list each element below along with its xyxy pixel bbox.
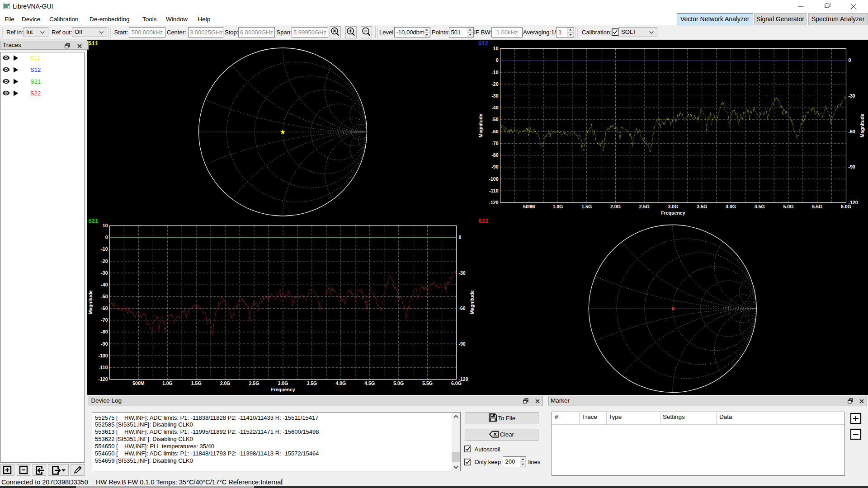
svg-text:10: 10 <box>102 223 108 228</box>
svg-text:-90: -90 <box>849 164 855 169</box>
svg-text:-50: -50 <box>492 117 499 122</box>
svg-text:10: 10 <box>493 46 499 51</box>
svg-text:5.0G: 5.0G <box>783 204 794 209</box>
svg-text:-120: -120 <box>489 200 499 205</box>
svg-text:-50: -50 <box>101 293 108 299</box>
svg-text:2.5G: 2.5G <box>249 380 259 386</box>
svg-text:4.5G: 4.5G <box>755 204 765 209</box>
svg-text:500M: 500M <box>523 204 535 209</box>
svg-text:Magnitude: Magnitude <box>88 290 93 314</box>
svg-text:1.5G: 1.5G <box>191 380 201 386</box>
svg-text:-120: -120 <box>98 376 108 382</box>
svg-text:1.0G: 1.0G <box>553 204 563 209</box>
svg-text:-30: -30 <box>458 270 465 275</box>
svg-text:500M: 500M <box>132 380 145 386</box>
svg-text:3.0G: 3.0G <box>668 204 679 209</box>
svg-text:Magnitude: Magnitude <box>859 113 865 137</box>
svg-text:Magnitude: Magnitude <box>478 113 483 137</box>
svg-text:-20: -20 <box>492 81 499 86</box>
svg-text:-20: -20 <box>101 258 108 263</box>
svg-text:-60: -60 <box>458 305 465 311</box>
svg-text:0: 0 <box>458 235 461 240</box>
svg-text:S12: S12 <box>479 40 489 47</box>
svg-text:-10: -10 <box>492 69 499 75</box>
svg-text:4.5G: 4.5G <box>364 380 375 386</box>
svg-text:-60: -60 <box>492 128 499 134</box>
svg-text:1.5G: 1.5G <box>582 204 592 209</box>
svg-text:Frequency: Frequency <box>271 386 295 392</box>
svg-text:2.0G: 2.0G <box>610 204 621 209</box>
svg-text:-70: -70 <box>492 140 499 145</box>
svg-text:-100: -100 <box>489 176 499 181</box>
svg-text:-90: -90 <box>101 341 108 346</box>
svg-text:3.5G: 3.5G <box>307 380 317 386</box>
svg-text:S21: S21 <box>88 218 98 224</box>
svg-text:3.0G: 3.0G <box>278 380 288 386</box>
svg-text:1.0G: 1.0G <box>162 380 172 386</box>
svg-text:-90: -90 <box>492 164 499 169</box>
svg-text:Magnitude: Magnitude <box>469 290 474 314</box>
svg-text:-40: -40 <box>492 105 499 110</box>
svg-text:6.0G: 6.0G <box>451 380 462 386</box>
svg-text:3.5G: 3.5G <box>697 204 708 209</box>
svg-text:5.0G: 5.0G <box>393 380 404 386</box>
svg-text:-60: -60 <box>101 305 108 311</box>
svg-text:2.0G: 2.0G <box>220 380 230 386</box>
svg-text:0: 0 <box>496 57 499 63</box>
svg-text:2.5G: 2.5G <box>639 204 650 209</box>
svg-text:-110: -110 <box>99 364 108 370</box>
svg-text:-70: -70 <box>101 317 108 323</box>
svg-text:4.0G: 4.0G <box>335 380 346 386</box>
svg-text:-100: -100 <box>98 352 108 358</box>
svg-text:-30: -30 <box>492 93 499 98</box>
svg-text:-30: -30 <box>101 270 108 275</box>
svg-text:-60: -60 <box>849 128 855 134</box>
svg-text:0: 0 <box>849 57 851 63</box>
svg-text:-80: -80 <box>492 152 499 158</box>
svg-text:S22: S22 <box>479 218 489 224</box>
svg-text:-110: -110 <box>489 188 499 193</box>
svg-text:S11: S11 <box>88 40 98 47</box>
svg-text:-90: -90 <box>458 341 465 346</box>
svg-text:0: 0 <box>105 235 108 240</box>
svg-text:-40: -40 <box>101 282 108 287</box>
svg-text:-10: -10 <box>101 246 108 252</box>
svg-text:6.0G: 6.0G <box>841 204 851 209</box>
svg-text:5.5G: 5.5G <box>812 204 823 209</box>
svg-text:4.0G: 4.0G <box>726 204 736 209</box>
svg-text:-30: -30 <box>849 93 855 98</box>
svg-text:5.5G: 5.5G <box>422 380 433 386</box>
svg-text:Frequency: Frequency <box>661 210 685 215</box>
svg-text:-80: -80 <box>101 329 108 334</box>
